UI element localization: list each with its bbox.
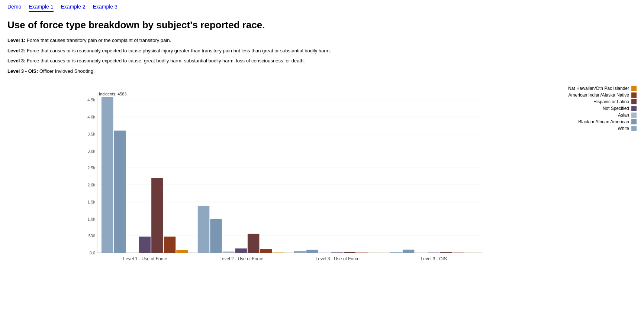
svg-text:0.0: 0.0	[90, 251, 95, 255]
bar[interactable]	[344, 252, 356, 253]
svg-text:2.0k: 2.0k	[87, 183, 95, 187]
bar[interactable]	[248, 234, 260, 253]
bar[interactable]	[440, 252, 452, 253]
description: Level 3: Force that causes or is reasona…	[7, 57, 637, 65]
bar[interactable]	[176, 250, 188, 253]
legend-label: White	[618, 126, 629, 131]
bar[interactable]	[356, 253, 368, 253]
bar[interactable]	[260, 249, 272, 253]
svg-text:4.0k: 4.0k	[87, 115, 95, 119]
description: Level 1: Force that causes transitory pa…	[7, 37, 637, 44]
legend-swatch	[631, 92, 637, 98]
legend-label: Nat Hawaiian/Oth Pac Islander	[568, 86, 629, 91]
svg-text:3.5k: 3.5k	[87, 132, 95, 136]
legend-label: American Indian/Alaska Native	[569, 92, 629, 98]
svg-text:500: 500	[88, 234, 95, 238]
bar[interactable]	[235, 248, 247, 253]
bar[interactable]	[331, 253, 343, 253]
svg-text:Level 3 - OIS: Level 3 - OIS	[421, 256, 447, 261]
legend-label: Asian	[618, 113, 629, 118]
nav-tab[interactable]: Example 1	[29, 4, 53, 12]
tooltip-label: Incidents: 4583	[99, 92, 127, 96]
legend-swatch	[631, 106, 637, 111]
legend-label: Black or African American	[578, 119, 629, 124]
nav-tab[interactable]: Demo	[7, 4, 21, 12]
bar[interactable]	[294, 251, 306, 253]
legend-label: Not Specified	[603, 106, 629, 111]
legend-item: Asian	[555, 113, 637, 118]
legend-item: White	[555, 126, 637, 131]
legend-label: Hispanic or Latino	[593, 99, 629, 104]
page-title: Use of force type breakdown by subject's…	[7, 19, 637, 31]
bar[interactable]	[453, 253, 464, 253]
svg-text:1.5k: 1.5k	[87, 200, 95, 204]
description: Level 3 - OIS: Officer Invloved Shooting…	[7, 68, 637, 75]
legend-container: Nat Hawaiian/Oth Pac IslanderAmerican In…	[555, 82, 637, 277]
chart-container: 0.05001.0k1.5k2.0k2.5k3.0k3.5k4.0k4.5kLe…	[7, 82, 555, 277]
svg-text:4.5k: 4.5k	[87, 98, 95, 102]
bar[interactable]	[114, 131, 126, 253]
legend-swatch	[631, 86, 637, 91]
bar[interactable]	[306, 250, 318, 253]
legend-item: Black or African American	[555, 119, 637, 124]
legend-swatch	[631, 126, 637, 131]
svg-text:Level 1 - Use of Force: Level 1 - Use of Force	[123, 256, 167, 261]
legend-swatch	[631, 119, 637, 124]
descriptions: Level 1: Force that causes transitory pa…	[7, 37, 637, 75]
bar[interactable]	[198, 206, 210, 253]
legend-item: Not Specified	[555, 106, 637, 111]
legend-item: American Indian/Alaska Native	[555, 92, 637, 98]
nav-tab[interactable]: Example 3	[93, 4, 117, 12]
legend-swatch	[631, 99, 637, 104]
svg-text:3.0k: 3.0k	[87, 149, 95, 153]
bar[interactable]	[273, 253, 284, 253]
bar[interactable]	[428, 253, 439, 253]
legend-item: Nat Hawaiian/Oth Pac Islander	[555, 86, 637, 91]
chart-wrapper: 0.05001.0k1.5k2.0k2.5k3.0k3.5k4.0k4.5kLe…	[7, 82, 637, 277]
bar[interactable]	[164, 237, 176, 253]
legend-swatch	[631, 113, 637, 118]
description: Level 2: Force that causes or is reasona…	[7, 47, 637, 55]
svg-text:Level 3 - Use of Force: Level 3 - Use of Force	[316, 256, 360, 261]
legend-item: Hispanic or Latino	[555, 99, 637, 104]
bar[interactable]	[210, 219, 222, 253]
bar[interactable]	[139, 237, 151, 253]
svg-text:Level 2 - Use of Force: Level 2 - Use of Force	[219, 256, 263, 261]
svg-text:2.5k: 2.5k	[87, 166, 95, 170]
bar[interactable]	[403, 250, 415, 253]
bar[interactable]	[223, 251, 235, 253]
bar[interactable]	[102, 97, 113, 253]
bar[interactable]	[390, 252, 402, 253]
nav-tabs: DemoExample 1Example 2Example 3	[7, 4, 637, 12]
nav-tab[interactable]: Example 2	[61, 4, 86, 12]
bar-chart: 0.05001.0k1.5k2.0k2.5k3.0k3.5k4.0k4.5kLe…	[7, 82, 555, 275]
svg-text:1.0k: 1.0k	[87, 217, 95, 221]
bar[interactable]	[151, 178, 163, 253]
